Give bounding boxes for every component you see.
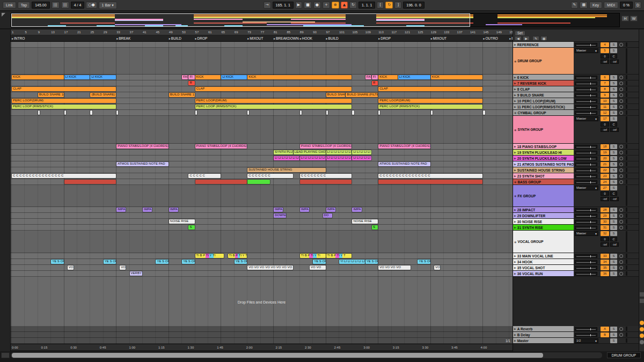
- volume-slider[interactable]: [575, 162, 597, 166]
- track-play-icon[interactable]: ▶: [514, 266, 516, 269]
- clip-atmos-sustained-note-pad[interactable]: ATMOS SUSTAINED NOTE PAD: [378, 162, 430, 166]
- clip[interactable]: [247, 110, 249, 115]
- volume-slider[interactable]: [575, 174, 597, 178]
- track-header-cymbal-group[interactable]: ◉CYMBAL GROUP12S: [513, 110, 639, 116]
- clip-ye-s-op[interactable]: YE S OP: [104, 260, 116, 264]
- clip-noise-rise[interactable]: NOISE RISE: [352, 219, 378, 224]
- volume-field[interactable]: 0: [601, 191, 609, 196]
- locator-outro[interactable]: ▸OUTRO: [483, 36, 498, 40]
- clip[interactable]: [352, 110, 354, 115]
- cue-out-select[interactable]: 1/2▾: [575, 338, 598, 343]
- volume-slider[interactable]: [575, 93, 597, 97]
- arm-button[interactable]: [619, 333, 623, 337]
- clip-clap[interactable]: CLAP: [12, 87, 116, 91]
- clip-ti-b-p-ti-y-ti[interactable]: TI B P TI Y TI: [300, 254, 326, 258]
- send-a-field[interactable]: -inf: [601, 60, 609, 64]
- track-header-23-synth-shot[interactable]: ▶23 SYNTH SHOT23S: [513, 173, 639, 179]
- arm-button[interactable]: [619, 99, 623, 103]
- clip-noise-rise[interactable]: NOISE RISE: [169, 219, 195, 224]
- group-fold-icon[interactable]: ◉: [514, 180, 516, 183]
- overview-strip[interactable]: [11, 13, 620, 27]
- track-play-icon[interactable]: ▶: [514, 226, 516, 229]
- volume-slider[interactable]: [575, 168, 597, 172]
- track-play-icon[interactable]: ▶: [514, 99, 516, 102]
- solo-button[interactable]: S: [610, 213, 617, 218]
- track-name-cell[interactable]: ▶20 SYNTH PLUCK/LEAD LOW: [513, 156, 574, 161]
- clip-build-snare-1-2[interactable]: BUILD SNARE 1/2: [326, 93, 346, 97]
- next-locator-button[interactable]: ▶: [523, 36, 530, 41]
- clip-impa[interactable]: IMPA: [169, 208, 178, 212]
- group-fold-icon[interactable]: ◉: [514, 111, 516, 114]
- track-header-a-reverb[interactable]: ▶A ReverbAS: [513, 326, 639, 332]
- arm-button[interactable]: [619, 272, 623, 276]
- clip-li-li-li-li-li[interactable]: LI LI LI LI LI: [352, 150, 371, 154]
- track-name-cell[interactable]: ▶21 ATMOS SUSTAINED NOTE PAD: [513, 161, 574, 167]
- track-play-icon[interactable]: ▶: [514, 105, 516, 108]
- punch-out-button[interactable]: ]: [394, 2, 401, 9]
- arm-button[interactable]: [619, 157, 623, 160]
- tap-tempo-button[interactable]: Tap: [18, 2, 30, 9]
- clip-vo[interactable]: VO: [434, 265, 440, 270]
- clip-fas[interactable]: FAS: [365, 75, 371, 79]
- clip-impa[interactable]: IMPA: [116, 208, 126, 212]
- volume-slider[interactable]: [575, 226, 597, 230]
- track-name-cell[interactable]: ▶Master: [513, 338, 574, 343]
- follow-button[interactable]: →: [264, 2, 271, 9]
- track-name-cell[interactable]: ◉DRUM GROUP: [513, 48, 574, 74]
- metronome-icon[interactable]: ○●: [86, 2, 97, 9]
- clip[interactable]: [431, 110, 433, 115]
- solo-button[interactable]: S: [610, 81, 617, 86]
- clip-kick[interactable]: KICK: [12, 75, 64, 79]
- clip-li-li-li-li-li-li-li[interactable]: LI LI LI LI LI LI LI: [326, 156, 352, 160]
- clip-li-kick[interactable]: LI KICK: [398, 75, 430, 79]
- pan-field[interactable]: C: [610, 122, 617, 127]
- volume-slider[interactable]: [575, 220, 597, 224]
- track-name-cell[interactable]: ▶35 VOCAL SHOT: [513, 265, 574, 270]
- arm-button[interactable]: [619, 145, 623, 149]
- clip-build-snare-1-2[interactable]: BUILD SNARE 1/2: [38, 93, 64, 97]
- output-routing-select[interactable]: Master▾: [575, 116, 598, 121]
- arm-button[interactable]: [619, 260, 623, 264]
- clip-ti-b-p-ti-y-t[interactable]: TI B P TI Y T: [326, 254, 352, 258]
- volume-slider[interactable]: [575, 208, 597, 212]
- track-play-icon[interactable]: ▶: [514, 339, 516, 342]
- clip-piano-stabs-loop-4-chord[interactable]: PIANO STABS/LOOP (4 CHORDS): [195, 144, 247, 149]
- clip-build-snare-1[interactable]: BUILD SNARE 1: [169, 93, 195, 97]
- track-name-cell[interactable]: ◉SYNTH GROUP: [513, 116, 574, 143]
- solo-button[interactable]: S: [610, 254, 617, 258]
- clip-ti-b-p-ti-y-t[interactable]: TI B P TI Y T: [228, 254, 247, 258]
- arm-button[interactable]: [619, 266, 623, 270]
- volume-slider[interactable]: [575, 82, 597, 85]
- track-play-icon[interactable]: ▶: [514, 272, 516, 275]
- clip-kick[interactable]: KICK: [195, 75, 221, 79]
- clip-c-c-c-c-c-c-c-c-c-c-c-c-[interactable]: C C C C C C C C C C C C C C C C: [12, 174, 116, 178]
- locator-drop[interactable]: ▸DROP: [195, 36, 208, 40]
- track-name-cell[interactable]: ▶SUSTAINED HOUSE STRING: [513, 167, 574, 173]
- clip[interactable]: [483, 110, 485, 115]
- clip-ti-b-p-ti-y-ti[interactable]: TI B P TI Y TI: [195, 254, 224, 258]
- track-play-icon[interactable]: ▶: [514, 43, 516, 46]
- output-routing-select[interactable]: Master▾: [575, 186, 598, 190]
- solo-button[interactable]: S: [610, 186, 617, 190]
- show-io-icon[interactable]: [640, 292, 644, 297]
- solo-button[interactable]: S: [610, 231, 617, 236]
- track-name-cell[interactable]: ▶10 PERC LOOP(DRUM): [513, 98, 574, 104]
- optimize-width-button[interactable]: W: [630, 16, 638, 21]
- solo-button[interactable]: S: [610, 48, 617, 53]
- send-b-field[interactable]: -inf: [610, 197, 619, 201]
- locator-intro[interactable]: ▸INTRO: [12, 36, 25, 40]
- clip-perc-loop-rims-stick[interactable]: PERC LOOP (RIMS/STICK): [378, 105, 482, 109]
- clip[interactable]: [300, 180, 352, 184]
- scrollbar-thumb[interactable]: [12, 353, 543, 358]
- track-play-icon[interactable]: ▶: [514, 168, 516, 172]
- overview-viewport[interactable]: [11, 13, 470, 27]
- clip-impa[interactable]: IMPA: [300, 208, 309, 212]
- send-a-field[interactable]: -inf: [601, 242, 609, 247]
- clip[interactable]: [38, 110, 40, 115]
- volume-field[interactable]: 0: [601, 237, 609, 241]
- clip-vo-vo-vo-vo-vo-vo-vo-vo[interactable]: VO VO VO VO VO VO VO VO: [247, 265, 292, 270]
- tempo-field[interactable]: 145.00: [32, 2, 49, 9]
- link-button[interactable]: Link: [3, 2, 16, 9]
- clip[interactable]: [300, 110, 302, 115]
- output-routing-select[interactable]: Master▾: [575, 48, 598, 53]
